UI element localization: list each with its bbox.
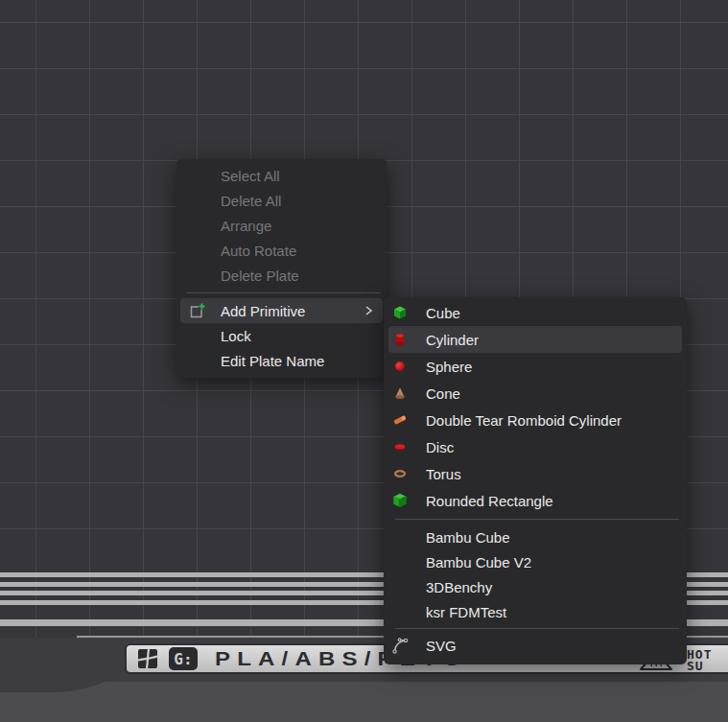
cylinder-icon: [391, 331, 409, 348]
hot-surface-text: HOT SU: [687, 649, 712, 672]
submenu-item-sphere[interactable]: Sphere: [384, 353, 687, 380]
chevron-right-icon: [362, 304, 375, 317]
heatbed-front-face: [0, 682, 728, 722]
submenu-item-3dbenchy[interactable]: 3DBenchy: [384, 574, 687, 599]
add-primitive-submenu: Cube Cylinder Sphere: [384, 297, 687, 664]
disc-icon: [391, 438, 409, 455]
submenu-item-cone[interactable]: Cone: [384, 380, 687, 407]
submenu-item-disc[interactable]: Disc: [384, 433, 687, 460]
submenu-separator: [395, 628, 679, 629]
submenu-item-svg[interactable]: SVG: [384, 633, 687, 658]
submenu-item-cube[interactable]: Cube: [384, 299, 687, 326]
submenu-item-cylinder[interactable]: Cylinder: [388, 326, 682, 353]
romboid-cylinder-icon: [391, 411, 409, 429]
menu-item-arrange: Arrange: [176, 213, 387, 238]
menu-item-lock[interactable]: Lock: [176, 323, 387, 348]
submenu-item-ksr-fdmtest[interactable]: ksr FDMTest: [384, 599, 687, 624]
menu-item-add-primitive[interactable]: Add Primitive: [180, 298, 383, 323]
menu-item-auto-rotate: Auto Rotate: [176, 238, 387, 263]
rounded-rectangle-icon: [391, 492, 409, 509]
menu-separator: [186, 292, 381, 293]
plate-g-logo: G:: [169, 647, 198, 670]
add-primitive-icon: [188, 301, 207, 320]
submenu-item-double-tear-romboid-cylinder[interactable]: Double Tear Romboid Cylinder: [384, 407, 687, 433]
menu-item-delete-all: Delete All: [176, 188, 387, 213]
cone-icon: [391, 384, 409, 402]
menu-item-select-all: Select All: [176, 163, 387, 188]
plate-context-menu: Select All Delete All Arrange Auto Rotat…: [176, 159, 387, 378]
menu-item-delete-plate: Delete Plate: [176, 263, 387, 288]
submenu-item-bambu-cube-v2[interactable]: Bambu Cube V2: [384, 549, 687, 574]
sphere-icon: [391, 358, 409, 375]
slicer-3d-viewport[interactable]: G: PLA/ABS/PETG HOT SU Select All Delete…: [0, 0, 728, 722]
bezier-curve-icon: [391, 636, 411, 655]
bambu-lab-logo: [135, 646, 160, 671]
torus-icon: [391, 465, 409, 482]
submenu-item-bambu-cube[interactable]: Bambu Cube: [384, 524, 687, 549]
submenu-item-torus[interactable]: Torus: [384, 460, 687, 487]
submenu-item-rounded-rectangle[interactable]: Rounded Rectangle: [384, 487, 687, 514]
submenu-separator: [395, 519, 679, 520]
menu-item-edit-plate-name[interactable]: Edit Plate Name: [176, 348, 387, 373]
cube-icon: [391, 304, 409, 321]
